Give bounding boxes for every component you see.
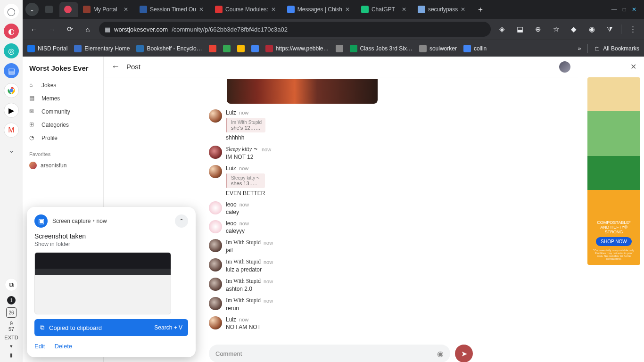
- favorite-user[interactable]: arsonisfun: [26, 160, 99, 171]
- avatar[interactable]: [209, 146, 222, 159]
- status-tray[interactable]: 1 26 9 57 EXTD ▾ ▮: [4, 296, 18, 362]
- back-arrow-icon[interactable]: ←: [111, 62, 120, 72]
- avatar[interactable]: [209, 165, 222, 178]
- bookmark-item[interactable]: [336, 45, 343, 52]
- window-maximize-icon[interactable]: □: [623, 6, 626, 13]
- comment-author[interactable]: Im With Stupid: [226, 297, 261, 304]
- clipboard-bar[interactable]: ⧉ Copied to clipboard Search + V: [34, 319, 188, 336]
- tab[interactable]: Session Timed Ou✕: [135, 2, 210, 17]
- avatar[interactable]: [209, 239, 222, 252]
- advertisement[interactable]: COMPOSTABLE* AND HEFTY® STRONG SHOP NOW …: [587, 77, 640, 265]
- tab-active[interactable]: [59, 2, 78, 17]
- sidebar-item-memes[interactable]: ▤Memes: [26, 92, 99, 105]
- camera-icon[interactable]: ◉: [437, 349, 444, 358]
- close-icon[interactable]: ✕: [402, 6, 408, 13]
- window-close-icon[interactable]: ✕: [632, 6, 636, 13]
- chrome-icon[interactable]: [4, 83, 19, 98]
- edit-button[interactable]: Edit: [34, 343, 45, 350]
- bookmarks-overflow[interactable]: »: [578, 45, 581, 52]
- comment-author[interactable]: Im With Stupid: [226, 258, 261, 265]
- tab[interactable]: [41, 2, 59, 17]
- bookmark-item[interactable]: [237, 45, 245, 52]
- close-icon[interactable]: ✕: [461, 6, 467, 13]
- notification-badge[interactable]: 1: [7, 296, 16, 304]
- chevron-up-icon[interactable]: ⌃: [175, 214, 188, 228]
- avatar[interactable]: [209, 220, 222, 233]
- launcher-icon[interactable]: ◯: [4, 4, 19, 19]
- avatar[interactable]: [209, 316, 222, 329]
- zoom-icon[interactable]: ⊕: [531, 23, 545, 36]
- tab[interactable]: Course Modules:✕: [210, 2, 282, 17]
- send-button[interactable]: ➤: [455, 345, 473, 362]
- home-icon: ⌂: [29, 82, 37, 89]
- delete-button[interactable]: Delete: [54, 343, 72, 350]
- bookmark-item[interactable]: https://www.pebble…: [265, 45, 329, 52]
- tab[interactable]: Messages | Chish✕: [282, 2, 356, 17]
- tab[interactable]: ChatGPT✕: [356, 2, 413, 17]
- sidebar-item-categories[interactable]: ⊞Categories: [26, 118, 99, 132]
- sidebar-item-profile[interactable]: ◔Profile: [26, 132, 99, 145]
- comment-author[interactable]: Luiz: [226, 165, 236, 172]
- screenshot-thumbnail[interactable]: [34, 252, 171, 314]
- notification-subtitle-link[interactable]: Show in folder: [34, 241, 188, 247]
- comment-author[interactable]: Luiz: [226, 316, 236, 323]
- close-icon[interactable]: ✕: [345, 6, 352, 13]
- close-icon[interactable]: ✕: [124, 6, 130, 13]
- install-icon[interactable]: ⬓: [513, 23, 527, 36]
- extension-icon[interactable]: ◉: [585, 23, 598, 36]
- play-icon[interactable]: ▶: [4, 103, 19, 118]
- tab-search-button[interactable]: ⌄: [25, 3, 39, 16]
- bookmark-item[interactable]: NISD Portal: [27, 45, 67, 52]
- comment-input[interactable]: [215, 350, 437, 357]
- app-icon[interactable]: ◎: [4, 43, 19, 58]
- comment-author[interactable]: leoo: [226, 201, 237, 208]
- comment-author[interactable]: Sleepy kitty ᯓ: [226, 146, 259, 153]
- browser-menu-button[interactable]: ⋮: [626, 23, 639, 36]
- new-tab-button[interactable]: ＋: [475, 4, 486, 15]
- nav-reload-button[interactable]: ⟳: [63, 23, 76, 36]
- window-minimize-icon[interactable]: —: [611, 6, 617, 13]
- nav-home-button[interactable]: ⌂: [81, 23, 94, 36]
- bookmark-item[interactable]: Class Jobs 3rd Six…: [350, 45, 413, 52]
- extension-icon[interactable]: ◆: [567, 23, 580, 36]
- ad-cta-button[interactable]: SHOP NOW: [596, 237, 631, 246]
- close-icon[interactable]: ✕: [271, 6, 278, 13]
- bookmark-item[interactable]: collin: [463, 45, 487, 52]
- all-bookmarks-button[interactable]: 🗀All Bookmarks: [594, 45, 639, 52]
- address-bar[interactable]: ▦ worstjokesever.com/community/p/662bb3d…: [99, 22, 491, 37]
- bookmark-item[interactable]: [223, 45, 231, 52]
- avatar[interactable]: [209, 258, 222, 272]
- close-icon[interactable]: ✕: [630, 62, 636, 71]
- gmail-icon[interactable]: M: [4, 123, 19, 138]
- pinned-app-icon[interactable]: ⧉: [5, 278, 18, 291]
- expand-shelf-icon[interactable]: ⌄: [4, 142, 19, 157]
- sidebar-item-jokes[interactable]: ⌂Jokes: [26, 79, 99, 92]
- tab[interactable]: securlypass✕: [413, 2, 472, 17]
- bookmark-item[interactable]: Elementary Home: [74, 45, 130, 52]
- comment-author[interactable]: leoo: [226, 220, 237, 227]
- user-avatar[interactable]: [559, 61, 570, 73]
- comment-author[interactable]: Luiz: [226, 109, 236, 116]
- bookmark-item[interactable]: Bookshelf - Encyclo…: [136, 45, 202, 52]
- app-icon[interactable]: ◐: [4, 24, 19, 39]
- sidebar-item-community[interactable]: ✉Community: [26, 105, 99, 118]
- extensions-menu-icon[interactable]: ⧩: [603, 23, 616, 36]
- close-icon[interactable]: ✕: [199, 6, 206, 13]
- avatar[interactable]: [209, 297, 222, 310]
- avatar[interactable]: [209, 109, 222, 123]
- nav-back-button[interactable]: ←: [27, 23, 41, 36]
- bookmark-item[interactable]: soulworker: [419, 45, 457, 52]
- comment-input-wrap[interactable]: ◉: [209, 345, 450, 362]
- extension-icon[interactable]: ◈: [495, 23, 509, 36]
- comment-author[interactable]: Im With Stupid: [226, 278, 261, 285]
- avatar[interactable]: [209, 201, 222, 214]
- bookmark-item[interactable]: [251, 45, 259, 52]
- app-icon[interactable]: ▤: [4, 63, 19, 78]
- avatar[interactable]: [209, 278, 222, 291]
- comment-author[interactable]: Im With Stupid: [226, 239, 261, 246]
- bookmark-star-icon[interactable]: ☆: [549, 23, 562, 36]
- tab[interactable]: My Portal✕: [78, 2, 135, 17]
- bookmark-item[interactable]: [209, 45, 216, 52]
- site-info-icon[interactable]: ▦: [105, 26, 110, 33]
- post-image[interactable]: [227, 79, 378, 104]
